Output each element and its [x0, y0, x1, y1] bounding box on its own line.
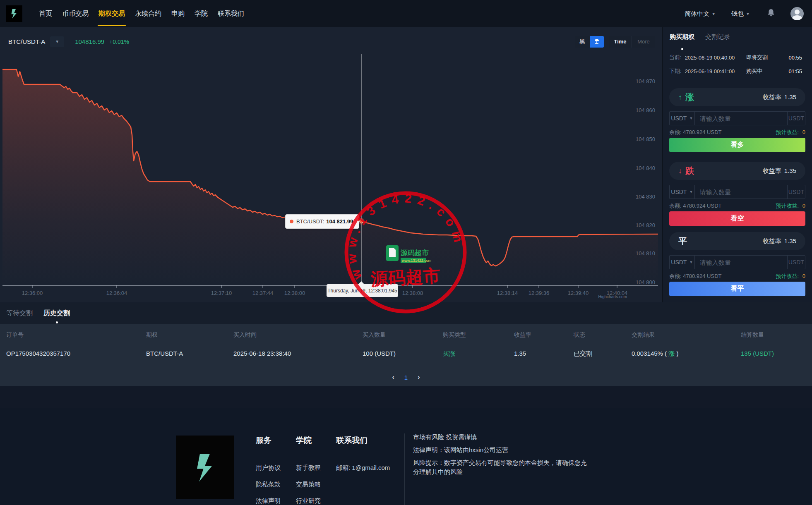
down-amount-row: USDT ▼ USDT — [669, 185, 805, 199]
balance-text: 余额: 4780.924 USDT — [669, 202, 721, 210]
table-row[interactable]: OP1750304320357170 BTC/USDT-A 2025-06-18… — [0, 350, 812, 358]
down-rate: 收益率 1.35 — [763, 167, 796, 175]
rate-value: 1.35 — [784, 237, 796, 245]
pair-dropdown[interactable]: ▼ — [50, 36, 64, 47]
footer-link-user-agreement[interactable]: 用户协议 — [256, 464, 281, 472]
nav-item-contact[interactable]: 联系我们 — [213, 0, 249, 27]
col-option: 期权 — [146, 331, 233, 339]
tab-pending-delivery[interactable]: 等待交割 — [6, 309, 33, 318]
flat-currency-select[interactable]: USDT ▼ — [670, 256, 695, 269]
footer-link-research[interactable]: 行业研究 — [296, 497, 321, 505]
chevron-down-icon: ▼ — [689, 190, 693, 194]
nav-item-spot[interactable]: 币币交易 — [57, 0, 94, 27]
section-divider-band — [0, 386, 812, 408]
currency-label: USDT — [671, 115, 687, 122]
time-mode-button[interactable]: Time — [609, 36, 632, 48]
footer-link-privacy[interactable]: 隐私条款 — [256, 481, 281, 488]
user-avatar[interactable] — [790, 7, 804, 20]
nav-item-subscribe[interactable]: 申购 — [166, 0, 190, 27]
cell-status: 已交割 — [574, 350, 632, 358]
period-label: 下期: — [669, 67, 682, 75]
next-page-button[interactable]: › — [418, 373, 420, 381]
logo-glyph-icon — [187, 450, 223, 485]
brand-logo-icon[interactable] — [6, 5, 22, 22]
rate-label: 收益率 — [763, 93, 781, 101]
y-axis-label: 104 840 — [636, 165, 655, 171]
footer-col-title: 服务 — [256, 435, 281, 446]
cell-result: 0.003145% ( 涨 ) — [632, 350, 741, 358]
arrow-up-icon: ↑ — [678, 93, 682, 102]
col-order-id: 订单号 — [6, 331, 146, 339]
pagination: ‹ 1 › — [0, 373, 812, 381]
theme-dark-button[interactable]: 黑 — [575, 36, 590, 48]
balance-value: 4780.924 USDT — [683, 203, 721, 209]
flat-direction-label: 平 — [678, 235, 687, 247]
up-card: ↑ 涨 收益率 1.35 — [669, 88, 805, 106]
rate-value: 1.35 — [784, 167, 796, 175]
more-button[interactable]: More — [632, 36, 655, 48]
down-unit-label: USDT — [787, 185, 805, 199]
theme-light-button[interactable] — [590, 36, 604, 48]
y-axis-label: 104 870 — [636, 78, 655, 84]
tab-delivery-records[interactable]: 交割记录 — [705, 33, 730, 41]
tab-history-delivery[interactable]: 历史交割 — [43, 309, 70, 318]
notifications-button[interactable] — [767, 9, 775, 19]
period-time: 2025-06-19 00:40:00 — [685, 55, 735, 61]
chart-header: BTC/USDT-A ▼ 104816.99 +0.01% 黑 Time — [0, 33, 662, 50]
up-currency-select[interactable]: USDT ▼ — [670, 112, 695, 125]
bell-icon — [767, 9, 775, 17]
chart-section: BTC/USDT-A ▼ 104816.99 +0.01% 黑 Time — [0, 27, 662, 302]
col-rate: 收益率 — [514, 331, 574, 339]
nav-item-perpetual[interactable]: 永续合约 — [130, 0, 166, 27]
nav-item-home[interactable]: 首页 — [34, 0, 57, 27]
buy-long-button[interactable]: 看多 — [669, 138, 805, 152]
dir-text: 跌 — [685, 165, 694, 177]
theme-toggle: 黑 — [575, 36, 604, 48]
x-axis-label: 12:39:40 — [568, 290, 589, 296]
nav-item-academy[interactable]: 学院 — [190, 0, 213, 27]
cell-rate: 1.35 — [514, 350, 574, 358]
col-settlement: 结算数量 — [741, 331, 812, 339]
footer-link-beginner[interactable]: 新手教程 — [296, 464, 321, 472]
footer-col-academy: 学院 新手教程 交易策略 行业研究 — [296, 435, 321, 505]
result-direction: 涨 — [668, 350, 675, 357]
down-amount-input[interactable] — [695, 185, 787, 199]
est-label: 预计收益: — [776, 203, 799, 209]
flat-amount-row: USDT ▼ USDT — [669, 255, 805, 269]
up-amount-input[interactable] — [695, 112, 787, 125]
balance-label: 余额: — [669, 203, 682, 209]
wallet-menu[interactable]: 钱包 ▼ — [731, 10, 750, 18]
page-number-1[interactable]: 1 — [404, 374, 408, 381]
footer-link-strategy[interactable]: 交易策略 — [296, 481, 321, 488]
trade-panel: 购买期权 交割记录 当前: 2025-06-19 00:40:00 即将交割 0… — [662, 27, 812, 302]
footer-link-legal[interactable]: 法律声明 — [256, 497, 281, 505]
down-direction-label: ↓ 跌 — [678, 165, 694, 177]
language-label: 简体中文 — [685, 10, 709, 18]
down-currency-select[interactable]: USDT ▼ — [670, 185, 695, 199]
up-rate: 收益率 1.35 — [763, 93, 796, 101]
footer: 服务 用户协议 隐私条款 法律声明 学院 新手教程 交易策略 行业研究 联系我们… — [0, 408, 812, 505]
balance-label: 余额: — [669, 273, 682, 279]
highcharts-credit[interactable]: Highcharts.com — [598, 294, 627, 299]
disclaimer-line: 市场有风险 投资需谨慎 — [413, 433, 587, 442]
rate-label: 收益率 — [763, 167, 781, 175]
flat-amount-input[interactable] — [695, 256, 787, 269]
prev-page-button[interactable]: ‹ — [392, 373, 394, 381]
chevron-down-icon: ▼ — [711, 12, 716, 16]
price-chart[interactable]: 104 870104 860104 850104 840104 830104 8… — [0, 50, 662, 302]
col-amount: 买入数量 — [363, 331, 443, 339]
footer-divider — [404, 433, 405, 505]
history-tabs: 等待交割 历史交割 — [0, 302, 812, 324]
current-period-row: 当前: 2025-06-19 00:40:00 即将交割 00:55 — [669, 54, 805, 61]
tab-buy-options[interactable]: 购买期权 — [670, 33, 694, 41]
nav-item-options[interactable]: 期权交易 — [94, 0, 130, 27]
cell-settlement: 135 (USDT) — [741, 350, 812, 358]
up-balance-row: 余额: 4780.924 USDT 预计收益: 0 — [669, 129, 805, 136]
language-selector[interactable]: 简体中文 ▼ — [685, 10, 716, 18]
pair-name: BTC/USDT-A — [8, 38, 45, 45]
chevron-down-icon: ▼ — [746, 12, 750, 16]
footer-link-email[interactable]: 邮箱: 1@gmail.com — [336, 464, 390, 472]
buy-short-button[interactable]: 看空 — [669, 211, 805, 226]
buy-flat-button[interactable]: 看平 — [669, 282, 805, 296]
logo-glyph-icon — [8, 7, 20, 20]
